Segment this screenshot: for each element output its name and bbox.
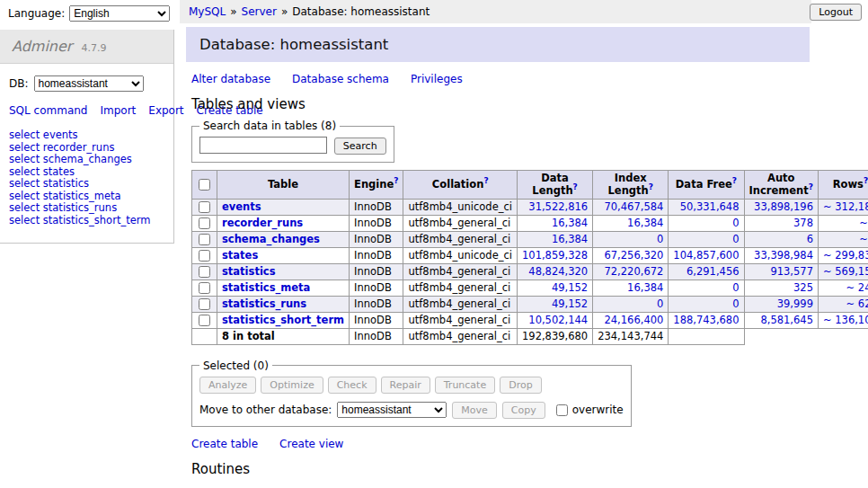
- data-free-link[interactable]: 0: [732, 233, 739, 245]
- sidebar-link[interactable]: SQL command: [9, 104, 87, 117]
- index-length-link[interactable]: 67,256,320: [604, 249, 663, 262]
- sidebar-link[interactable]: Export: [148, 104, 183, 117]
- index-length-link[interactable]: 0: [657, 233, 663, 245]
- selected-action-button[interactable]: Repair: [381, 377, 430, 394]
- sidebar-link[interactable]: Import: [100, 104, 136, 117]
- row-select-checkbox[interactable]: [199, 217, 210, 229]
- rows-count-link[interactable]: ~ 628: [846, 297, 868, 310]
- db-action-link[interactable]: Alter database: [191, 73, 270, 85]
- page-title: Database: homeassistant: [186, 27, 810, 62]
- row-select-checkbox[interactable]: [199, 315, 210, 326]
- data-length-link[interactable]: 49,152: [552, 297, 588, 310]
- data-free-help-link[interactable]: ?: [732, 176, 737, 185]
- move-db-select[interactable]: homeassistant: [337, 402, 447, 418]
- data-length-link[interactable]: 10,502,144: [528, 314, 588, 326]
- db-actions: Alter databaseDatabase schemaPrivileges: [191, 73, 810, 85]
- rows-count-link[interactable]: ~ 569,159: [823, 265, 868, 278]
- breadcrumb-server-link[interactable]: Server: [242, 5, 277, 18]
- selected-action-button[interactable]: Optimize: [261, 377, 323, 394]
- rows-help-link[interactable]: ?: [864, 176, 868, 185]
- row-select-checkbox[interactable]: [199, 234, 210, 245]
- data-length-link[interactable]: 16,384: [552, 233, 588, 245]
- data-length-link[interactable]: 49,152: [552, 281, 588, 294]
- logout-button[interactable]: Logout: [810, 4, 862, 21]
- data-free-link[interactable]: 0: [732, 281, 739, 294]
- data-length-link[interactable]: 48,824,320: [528, 265, 588, 278]
- create-link[interactable]: Create view: [279, 438, 343, 450]
- row-select-checkbox[interactable]: [199, 250, 210, 262]
- sidebar-table-link[interactable]: select schema_changes: [9, 153, 132, 165]
- select-all-checkbox[interactable]: [199, 179, 210, 191]
- rows-count-link[interactable]: ~ 312,180: [823, 200, 868, 213]
- rows-count-link[interactable]: ~ 5: [859, 217, 868, 229]
- search-button[interactable]: Search: [334, 138, 386, 155]
- overwrite-checkbox[interactable]: [556, 404, 568, 416]
- data-free-link[interactable]: 104,857,600: [673, 249, 739, 262]
- auto-increment-link[interactable]: 325: [793, 281, 813, 294]
- data-length-link[interactable]: 16,384: [552, 217, 588, 229]
- auto-increment-link[interactable]: 39,999: [777, 297, 813, 310]
- table-name-link[interactable]: statistics_short_term: [222, 314, 344, 326]
- db-action-link[interactable]: Database schema: [292, 73, 389, 85]
- create-link[interactable]: Create table: [191, 438, 258, 450]
- auto-increment-link[interactable]: 8,581,645: [760, 314, 813, 326]
- sidebar-table-link[interactable]: select statistics_meta: [9, 190, 121, 202]
- data-free-link[interactable]: 188,743,680: [673, 314, 739, 326]
- index-length-link[interactable]: 0: [657, 297, 663, 310]
- table-name-link[interactable]: states: [222, 249, 258, 262]
- db-select[interactable]: homeassistant: [34, 75, 144, 92]
- search-input[interactable]: [199, 137, 327, 154]
- table-name-link[interactable]: schema_changes: [222, 233, 320, 245]
- table-name-link[interactable]: events: [222, 200, 261, 213]
- sidebar-table-link[interactable]: select states: [9, 165, 75, 178]
- column-header-index-length: Index Length?: [593, 170, 669, 199]
- auto-increment-link[interactable]: 378: [793, 217, 813, 229]
- data-free-link[interactable]: 6,291,456: [686, 265, 740, 278]
- selected-action-button[interactable]: Drop: [500, 377, 541, 394]
- selected-action-button[interactable]: Truncate: [435, 377, 495, 394]
- rows-count-link[interactable]: ~ 136,108: [823, 314, 868, 326]
- data-length-link[interactable]: 31,522,816: [528, 200, 588, 213]
- copy-button[interactable]: Copy: [502, 402, 545, 419]
- row-select-checkbox[interactable]: [199, 282, 210, 294]
- breadcrumb-mysql-link[interactable]: MySQL: [189, 5, 226, 18]
- data-free-link[interactable]: 50,331,648: [680, 200, 740, 213]
- collation-help-link[interactable]: ?: [483, 176, 488, 185]
- row-select-checkbox[interactable]: [199, 201, 210, 213]
- auto-increment-link[interactable]: 6: [807, 233, 813, 245]
- table-name-link[interactable]: statistics_runs: [222, 297, 306, 310]
- table-name-link[interactable]: statistics: [222, 265, 276, 278]
- index-length-link[interactable]: 72,220,672: [604, 265, 663, 278]
- rows-count-link[interactable]: ~ 3: [859, 233, 868, 245]
- data-length-help-link[interactable]: ?: [573, 182, 578, 191]
- data-length-link[interactable]: 101,859,328: [522, 249, 588, 262]
- sidebar-table-link[interactable]: select recorder_runs: [9, 141, 114, 154]
- sidebar-table-link[interactable]: select statistics_runs: [9, 201, 117, 214]
- sidebar-table-link[interactable]: select events: [9, 129, 78, 141]
- index-length-link[interactable]: 16,384: [627, 217, 663, 229]
- auto-increment-link[interactable]: 33,398,984: [754, 249, 813, 262]
- move-button[interactable]: Move: [452, 402, 497, 419]
- selected-action-button[interactable]: Analyze: [199, 377, 256, 394]
- index-length-link[interactable]: 70,467,584: [604, 200, 663, 213]
- auto-increment-link[interactable]: 913,577: [770, 265, 813, 278]
- index-length-link[interactable]: 24,166,400: [604, 314, 663, 326]
- sidebar-table-link[interactable]: select statistics_short_term: [9, 214, 150, 226]
- data-free-link[interactable]: 0: [732, 297, 739, 310]
- auto-increment-help-link[interactable]: ?: [809, 182, 813, 191]
- db-action-link[interactable]: Privileges: [411, 73, 463, 85]
- rows-count-link[interactable]: ~ 299,833: [823, 249, 868, 262]
- selected-action-button[interactable]: Check: [328, 377, 376, 394]
- row-select-checkbox[interactable]: [199, 266, 210, 278]
- index-length-help-link[interactable]: ?: [649, 182, 653, 191]
- rows-count-link[interactable]: ~ 244: [846, 281, 868, 294]
- index-length-link[interactable]: 16,384: [627, 281, 663, 294]
- sidebar-table-link[interactable]: select statistics: [9, 177, 89, 190]
- auto-increment-link[interactable]: 33,898,196: [754, 200, 813, 213]
- row-select-checkbox[interactable]: [199, 298, 210, 310]
- engine-help-link[interactable]: ?: [394, 176, 398, 185]
- language-select[interactable]: English: [69, 5, 170, 22]
- table-name-link[interactable]: recorder_runs: [222, 217, 303, 229]
- data-free-link[interactable]: 0: [732, 217, 739, 229]
- table-name-link[interactable]: statistics_meta: [222, 281, 310, 294]
